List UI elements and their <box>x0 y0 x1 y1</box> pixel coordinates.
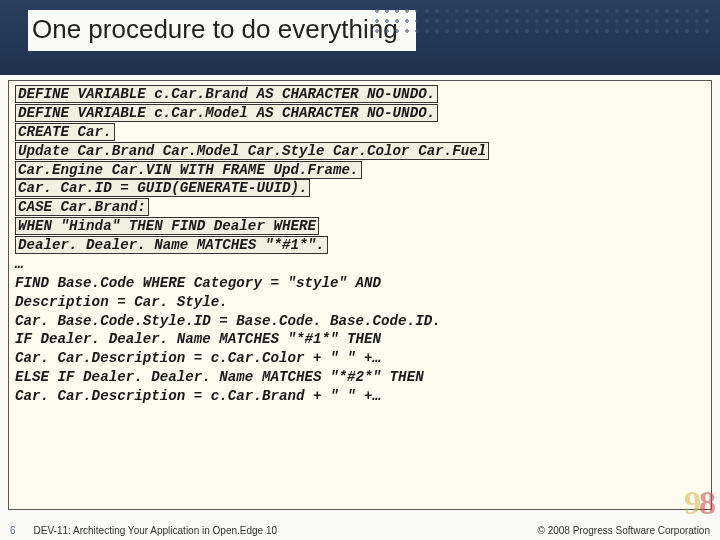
code-line: Description = Car. Style. <box>15 294 228 310</box>
code-line: CREATE Car. <box>15 123 115 141</box>
code-line: Car.Engine Car.VIN WITH FRAME Upd.Frame. <box>15 161 362 179</box>
footer-copyright: © 2008 Progress Software Corporation <box>538 525 710 536</box>
code-line: Dealer. Dealer. Name MATCHES "*#1*". <box>15 236 328 254</box>
code-line: Car. Car.Description = c.Car.Color + " "… <box>15 350 381 366</box>
code-line: WHEN "Hinda" THEN FIND Dealer WHERE <box>15 217 319 235</box>
code-line: Update Car.Brand Car.Model Car.Style Car… <box>15 142 489 160</box>
slide-header: One procedure to do everything <box>0 0 720 75</box>
code-block: DEFINE VARIABLE c.Car.Brand AS CHARACTER… <box>8 80 712 510</box>
code-line: Car. Car.ID = GUID(GENERATE-UUID). <box>15 179 310 197</box>
code-line: … <box>15 256 24 272</box>
code-line: IF Dealer. Dealer. Name MATCHES "*#1*" T… <box>15 331 381 347</box>
page-number: 6 <box>10 525 16 536</box>
code-line: CASE Car.Brand: <box>15 198 149 216</box>
code-line: FIND Base.Code WHERE Category = "style" … <box>15 275 381 291</box>
footer-session: DEV-11: Architecting Your Application in… <box>34 525 278 536</box>
slide-footer: 6 DEV-11: Architecting Your Application … <box>0 525 720 536</box>
code-line: Car. Base.Code.Style.ID = Base.Code. Bas… <box>15 313 441 329</box>
slide-title: One procedure to do everything <box>28 10 408 51</box>
code-line: Car. Car.Description = c.Car.Brand + " "… <box>15 388 381 404</box>
progress-logo: 98 <box>684 484 714 522</box>
code-line: ELSE IF Dealer. Dealer. Name MATCHES "*#… <box>15 369 424 385</box>
code-line: DEFINE VARIABLE c.Car.Brand AS CHARACTER… <box>15 85 438 103</box>
code-line: DEFINE VARIABLE c.Car.Model AS CHARACTER… <box>15 104 438 122</box>
